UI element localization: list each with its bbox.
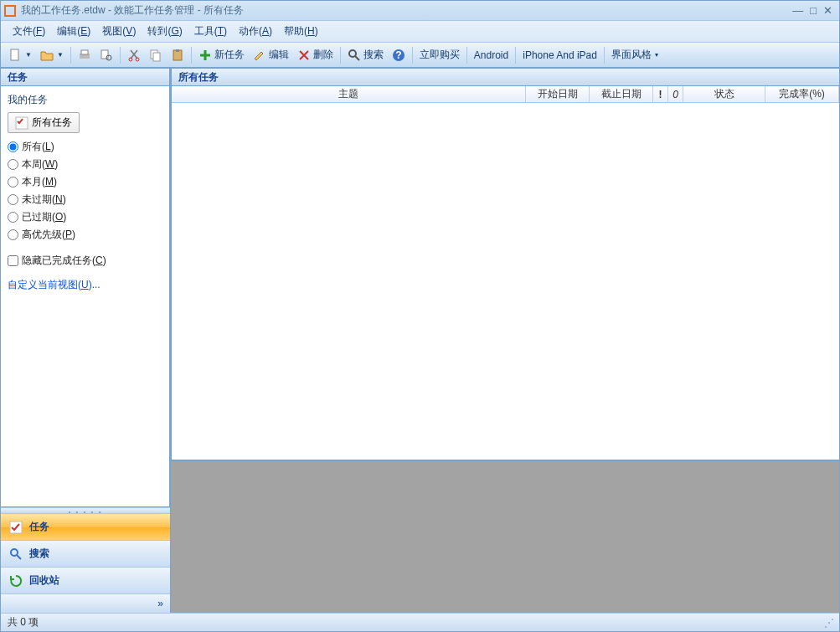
col-priority-flag[interactable]: ! <box>653 86 668 103</box>
col-start-date[interactable]: 开始日期 <box>526 86 590 103</box>
col-end-date[interactable]: 截止日期 <box>590 86 653 103</box>
nav-search[interactable]: 搜索 <box>1 541 170 568</box>
content-header: 所有任务 <box>171 68 839 86</box>
filter-radio-list: 所有(L) 本周(W) 本月(M) 未过期(N) 已过期(O) 高优先级(P) <box>8 138 162 244</box>
sidebar-header: 任务 <box>1 68 170 86</box>
my-tasks-label: 我的任务 <box>8 90 162 110</box>
col-complete-pct[interactable]: 完成率(%) <box>765 86 839 103</box>
window-title: 我的工作任务.etdw - 效能工作任务管理 - 所有任务 <box>21 3 244 18</box>
help-button[interactable]: ? <box>388 46 410 64</box>
print-button[interactable] <box>74 46 95 64</box>
search-button[interactable]: 搜索 <box>343 45 388 64</box>
sidebar-content: 我的任务 所有任务 所有(L) 本周(W) 本月(M) 未过期(N) 已过期(O… <box>1 86 170 507</box>
android-button[interactable]: Android <box>470 47 513 64</box>
print-preview-button[interactable] <box>95 46 117 64</box>
radio-high-priority[interactable]: 高优先级(P) <box>8 226 162 244</box>
hide-completed-checkbox[interactable]: 隐藏已完成任务(C) <box>8 252 162 270</box>
svg-rect-2 <box>81 50 88 54</box>
radio-not-overdue[interactable]: 未过期(N) <box>8 191 162 208</box>
ui-style-button[interactable]: 界面风格▾ <box>607 45 662 64</box>
sidebar: 任务 我的任务 所有任务 所有(L) 本周(W) 本月(M) 未过期(N) 已过… <box>1 68 171 613</box>
minimize-button[interactable]: — <box>792 4 803 17</box>
window-controls: — □ ✕ <box>792 4 836 17</box>
col-attachment-flag[interactable]: 0 <box>668 86 683 103</box>
maximize-button[interactable]: □ <box>810 4 817 17</box>
grid-body[interactable] <box>172 103 839 460</box>
tasks-icon <box>9 521 23 534</box>
open-button[interactable]: ▼ <box>36 46 68 64</box>
menu-view[interactable]: 视图(V) <box>97 22 141 41</box>
nav-splitter[interactable]: • • • • • <box>1 507 170 514</box>
checklist-icon <box>15 116 28 130</box>
menu-action[interactable]: 动作(A) <box>234 22 277 41</box>
app-window: 我的工作任务.etdw - 效能工作任务管理 - 所有任务 — □ ✕ 文件(F… <box>0 0 840 632</box>
radio-this-month[interactable]: 本月(M) <box>8 173 162 191</box>
paste-button[interactable] <box>167 46 188 64</box>
svg-text:?: ? <box>395 49 401 61</box>
col-status[interactable]: 状态 <box>683 86 765 103</box>
svg-point-11 <box>349 50 356 57</box>
iphone-ipad-button[interactable]: iPhone And iPad <box>518 47 601 64</box>
svg-rect-10 <box>176 49 179 52</box>
close-button[interactable]: ✕ <box>823 4 832 17</box>
svg-rect-0 <box>11 49 18 60</box>
edit-button[interactable]: 编辑 <box>249 45 293 64</box>
resize-grip[interactable]: ⋰ <box>824 617 832 629</box>
menu-file[interactable]: 文件(F) <box>8 22 50 41</box>
new-file-button[interactable]: ▼ <box>4 46 36 64</box>
buy-now-button[interactable]: 立即购买 <box>415 45 464 64</box>
col-subject[interactable]: 主题 <box>172 86 526 103</box>
svg-rect-3 <box>101 50 108 59</box>
titlebar[interactable]: 我的工作任务.etdw - 效能工作任务管理 - 所有任务 — □ ✕ <box>1 1 839 21</box>
customize-view-link[interactable]: 自定义当前视图(U)... <box>8 279 100 290</box>
task-grid: 主题 开始日期 截止日期 ! 0 状态 完成率(%) <box>171 86 839 460</box>
nav-overflow-button[interactable]: » <box>1 594 170 613</box>
content-area: 所有任务 主题 开始日期 截止日期 ! 0 状态 完成率(%) <box>171 68 839 613</box>
nav-buttons: 任务 搜索 回收站 <box>1 514 170 594</box>
radio-all[interactable]: 所有(L) <box>8 138 162 156</box>
menu-help[interactable]: 帮助(H) <box>279 22 323 41</box>
menubar: 文件(F) 编辑(E) 视图(V) 转到(G) 工具(T) 动作(A) 帮助(H… <box>1 21 839 43</box>
statusbar: 共 0 项 ⋰ <box>1 613 839 631</box>
app-icon <box>4 5 16 17</box>
nav-tasks[interactable]: 任务 <box>1 514 170 541</box>
radio-overdue[interactable]: 已过期(O) <box>8 208 162 226</box>
status-text: 共 0 项 <box>8 615 39 629</box>
all-tasks-tab[interactable]: 所有任务 <box>8 112 80 133</box>
main-area: 任务 我的任务 所有任务 所有(L) 本周(W) 本月(M) 未过期(N) 已过… <box>1 68 839 613</box>
menu-tools[interactable]: 工具(T) <box>189 22 232 41</box>
menu-edit[interactable]: 编辑(E) <box>52 22 95 41</box>
grid-header-row: 主题 开始日期 截止日期 ! 0 状态 完成率(%) <box>172 86 839 103</box>
toolbar: ▼ ▼ 新任务 编辑 删除 搜索 ? 立即购买 Android iPhone A… <box>1 43 839 68</box>
new-task-button[interactable]: 新任务 <box>194 45 249 64</box>
detail-pane <box>171 460 839 613</box>
svg-rect-8 <box>153 53 160 61</box>
menu-goto[interactable]: 转到(G) <box>142 22 187 41</box>
radio-this-week[interactable]: 本周(W) <box>8 156 162 173</box>
nav-recycle[interactable]: 回收站 <box>1 568 170 594</box>
cut-button[interactable] <box>123 46 145 64</box>
copy-button[interactable] <box>145 46 167 64</box>
delete-button[interactable]: 删除 <box>293 45 338 64</box>
search-icon <box>9 547 23 561</box>
svg-point-16 <box>11 549 18 556</box>
recycle-icon <box>9 574 23 588</box>
